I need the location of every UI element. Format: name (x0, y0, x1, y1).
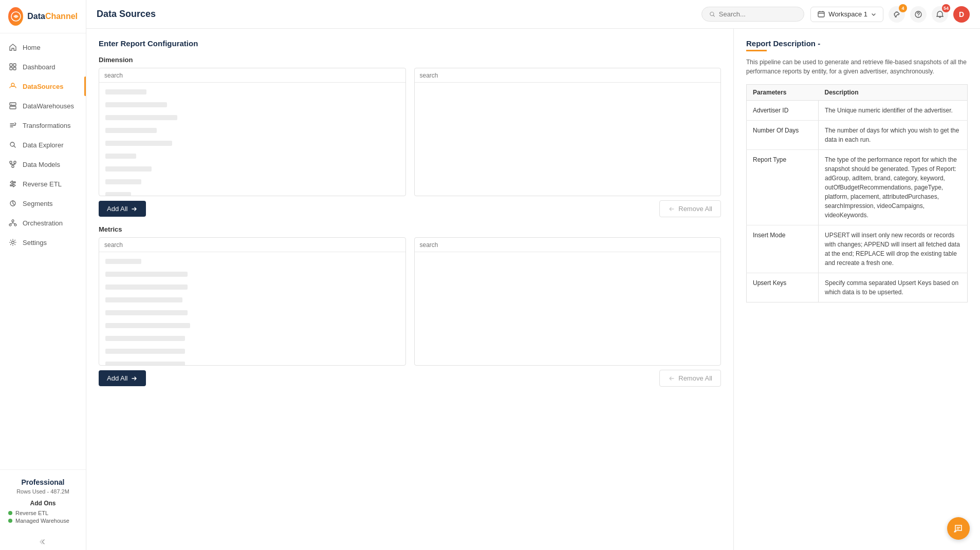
sidebar-item-data-models[interactable]: Data Models (0, 155, 86, 174)
section-title: Enter Report Configuration (99, 39, 721, 48)
list-item[interactable] (99, 358, 405, 365)
list-item[interactable] (99, 111, 405, 124)
collapse-sidebar-button[interactable] (0, 534, 86, 550)
sidebar-item-datasources[interactable]: DataSources (0, 77, 86, 96)
notifications-button[interactable]: 54 (932, 6, 948, 23)
list-item[interactable] (99, 163, 405, 176)
metrics-dest-body (415, 252, 721, 365)
list-item[interactable] (99, 99, 405, 111)
logo-icon (8, 7, 23, 26)
dimension-remove-all-button[interactable]: Remove All (659, 200, 721, 217)
svg-rect-10 (10, 161, 12, 163)
metrics-search-input[interactable] (104, 241, 400, 249)
pin-button[interactable]: 4 (889, 6, 905, 23)
table-row: Upsert Keys Specify comma separated Upse… (747, 273, 968, 302)
sidebar-item-dashboard[interactable]: Dashboard (0, 57, 86, 77)
sidebar-item-data-explorer[interactable]: Data Explorer (0, 135, 86, 155)
sidebar-item-settings[interactable]: Settings (0, 233, 86, 252)
dimension-add-all-button[interactable]: Add All (99, 201, 146, 217)
sidebar-item-transformations[interactable]: Transformations (0, 116, 86, 135)
data-models-icon (8, 160, 17, 169)
sidebar-item-reverse-etl[interactable]: Reverse ETL (0, 174, 86, 194)
svg-rect-6 (10, 106, 16, 109)
svg-point-15 (9, 224, 11, 226)
reverse-etl-icon (8, 179, 17, 188)
dimension-source-search[interactable] (99, 68, 405, 83)
list-item[interactable] (99, 137, 405, 150)
param-name: Upsert Keys (747, 273, 819, 302)
chevron-down-icon (871, 11, 877, 17)
sidebar-item-datawarehouses[interactable]: DataWarehouses (0, 96, 86, 116)
svg-rect-3 (10, 67, 12, 70)
arrow-right-icon (131, 375, 138, 382)
table-row: Advertiser ID The Unique numeric identif… (747, 101, 968, 121)
metrics-source-search[interactable] (99, 238, 405, 252)
add-all-label: Add All (107, 205, 127, 213)
metrics-action-row: Add All Remove All (99, 370, 721, 387)
list-item[interactable] (99, 255, 405, 268)
list-item[interactable] (99, 188, 405, 196)
pin-badge: 4 (899, 4, 907, 12)
sidebar-item-orchestration[interactable]: Orchestration (0, 213, 86, 233)
list-item[interactable] (99, 86, 405, 99)
dimension-dest-search-input[interactable] (420, 72, 716, 79)
sidebar-footer: Professional Rows Used - 487.2M Add Ons … (0, 469, 86, 534)
orange-divider (746, 50, 767, 51)
param-description: The type of the performance report for w… (819, 150, 968, 225)
metrics-dual-panel (99, 237, 721, 366)
list-item[interactable] (99, 345, 405, 358)
chat-bubble-button[interactable] (947, 517, 970, 540)
list-item[interactable] (99, 150, 405, 163)
list-item[interactable] (99, 307, 405, 319)
param-description: UPSERT will insert only new records or r… (819, 225, 968, 273)
table-row: Report Type The type of the performance … (747, 150, 968, 225)
addon-active-dot (8, 511, 12, 515)
metrics-dest-search[interactable] (415, 238, 721, 252)
metrics-dest-search-input[interactable] (420, 241, 716, 249)
remove-all-label: Remove All (678, 205, 712, 213)
list-item[interactable] (99, 319, 405, 332)
list-item[interactable] (99, 294, 405, 307)
dimension-search-input[interactable] (104, 72, 400, 79)
list-item[interactable] (99, 332, 405, 345)
topbar: Data Sources Workspace 1 4 (86, 0, 980, 29)
workspace-icon (817, 10, 825, 18)
help-button[interactable] (910, 6, 927, 23)
arrow-right-icon (131, 205, 138, 213)
avatar[interactable]: D (953, 6, 970, 23)
transformations-icon (8, 121, 17, 130)
search-icon (709, 11, 715, 18)
list-item[interactable] (99, 281, 405, 294)
table-row: Number Of Days The number of days for wh… (747, 121, 968, 150)
metrics-source-list (99, 237, 406, 366)
param-name: Insert Mode (747, 225, 819, 273)
data-explorer-icon (8, 140, 17, 149)
datawarehouses-icon (8, 101, 17, 110)
metrics-remove-all-button[interactable]: Remove All (659, 370, 721, 387)
params-col-header: Parameters (747, 85, 819, 101)
dimension-dual-panel (99, 68, 721, 196)
rows-used: Rows Used - 487.2M (8, 488, 78, 495)
dimension-dest-list (414, 68, 722, 196)
dimension-dest-search[interactable] (415, 68, 721, 83)
list-item[interactable] (99, 268, 405, 281)
list-item[interactable] (99, 176, 405, 188)
list-item[interactable] (99, 124, 405, 137)
search-input[interactable] (719, 10, 797, 18)
search-box[interactable] (701, 7, 804, 22)
left-panel: Enter Report Configuration Dimension (86, 29, 733, 550)
workspace-selector[interactable]: Workspace 1 (810, 7, 883, 22)
sidebar-item-segments[interactable]: Segments (0, 194, 86, 213)
sidebar-item-home[interactable]: Home (0, 37, 86, 57)
param-description: Specify comma separated Upsert Keys base… (819, 273, 968, 302)
sidebar: DataChannel Home Dashboard (0, 0, 86, 550)
metrics-add-all-label: Add All (107, 374, 127, 382)
svg-point-17 (12, 241, 14, 244)
metrics-add-all-button[interactable]: Add All (99, 370, 146, 386)
dashboard-icon (8, 62, 17, 71)
content-area: Enter Report Configuration Dimension (86, 29, 980, 550)
svg-rect-11 (14, 161, 16, 163)
metrics-source-body (99, 252, 405, 365)
svg-point-16 (14, 224, 16, 226)
chat-icon (953, 523, 964, 534)
